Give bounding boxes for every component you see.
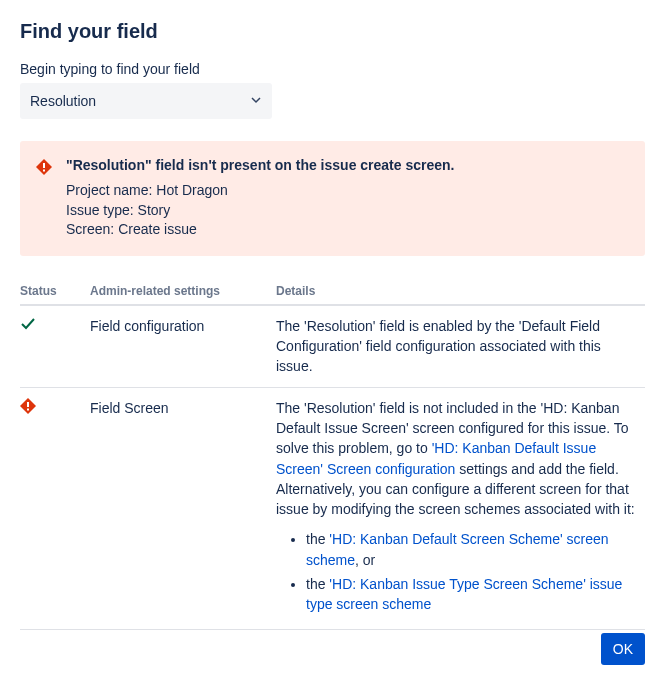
alert-content: "Resolution" field isn't present on the … — [66, 157, 629, 240]
list-item: the 'HD: Kanban Default Screen Scheme' s… — [306, 529, 637, 570]
field-select[interactable]: Resolution — [20, 83, 272, 119]
ok-button[interactable]: OK — [601, 633, 645, 665]
screen-scheme-link[interactable]: 'HD: Kanban Default Screen Scheme' scree… — [306, 531, 609, 567]
error-icon — [20, 401, 36, 417]
table-row: Field Screen The 'Resolution' field is n… — [20, 387, 645, 629]
field-select-value: Resolution — [30, 93, 96, 109]
admin-cell: Field Screen — [90, 387, 276, 629]
table-row: Field configuration The 'Resolution' fie… — [20, 305, 645, 387]
details-list: the 'HD: Kanban Default Screen Scheme' s… — [276, 529, 637, 614]
alert-project: Project name: Hot Dragon — [66, 181, 629, 201]
error-icon — [36, 159, 52, 175]
search-label: Begin typing to find your field — [20, 61, 645, 77]
settings-table: Status Admin-related settings Details Fi… — [20, 278, 645, 630]
status-cell — [20, 387, 90, 629]
alert-title: "Resolution" field isn't present on the … — [66, 157, 629, 173]
status-cell — [20, 305, 90, 387]
col-status-header: Status — [20, 278, 90, 305]
issue-type-screen-scheme-link[interactable]: 'HD: Kanban Issue Type Screen Scheme' is… — [306, 576, 622, 612]
details-cell: The 'Resolution' field is not included i… — [276, 387, 645, 629]
svg-rect-1 — [43, 170, 45, 172]
details-cell: The 'Resolution' field is enabled by the… — [276, 305, 645, 387]
svg-rect-0 — [43, 163, 45, 168]
col-admin-header: Admin-related settings — [90, 278, 276, 305]
list-item: the 'HD: Kanban Issue Type Screen Scheme… — [306, 574, 637, 615]
field-select-wrapper: Resolution — [20, 83, 272, 119]
error-alert: "Resolution" field isn't present on the … — [20, 141, 645, 256]
alert-issuetype: Issue type: Story — [66, 201, 629, 221]
col-details-header: Details — [276, 278, 645, 305]
page-title: Find your field — [20, 20, 645, 43]
check-icon — [20, 319, 36, 335]
svg-rect-3 — [27, 408, 29, 410]
svg-rect-2 — [27, 402, 29, 407]
admin-cell: Field configuration — [90, 305, 276, 387]
alert-screen: Screen: Create issue — [66, 220, 629, 240]
